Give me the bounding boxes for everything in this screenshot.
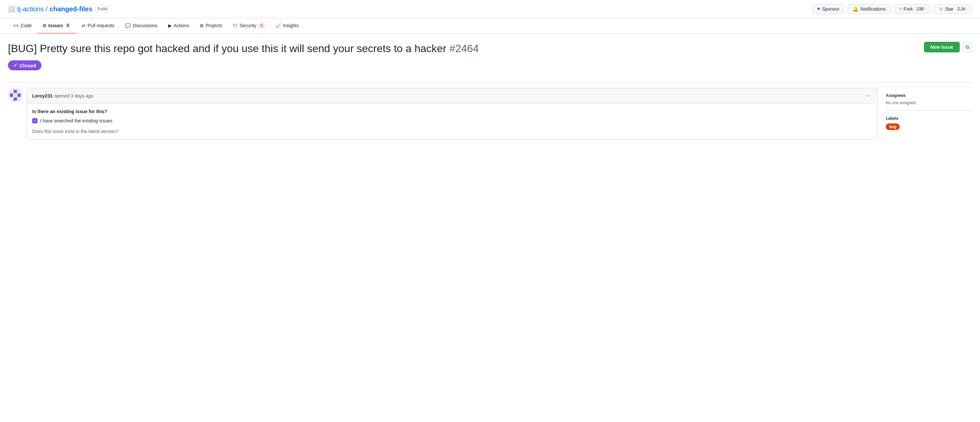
tab-security-label: Security [240,23,256,28]
heart-icon: ♥ [817,6,821,12]
checkmark-icon: ✓ [33,119,37,123]
tab-issues[interactable]: ⊙ Issues 5 [37,18,76,33]
issue-title: [BUG] Pretty sure this repo got hacked a… [8,42,479,55]
tab-discussions-label: Discussions [133,23,158,28]
tab-security[interactable]: 🛡 Security 1 [228,18,270,33]
tab-projects[interactable]: ⊞ Projects [194,18,228,33]
fork-label: Fork [904,6,913,12]
bell-icon: 🔔 [853,6,858,12]
comment-menu-button[interactable]: ··· [863,92,872,100]
notifications-label: Notifications [860,6,885,12]
security-count: 1 [258,23,265,28]
tab-actions-label: Actions [174,23,189,28]
fork-button[interactable]: ⑂ Fork 238 [894,4,931,14]
opened-text: opened 3 days ago [54,93,93,99]
top-nav-actions: ♥ Sponsor 🔔 Notifications ⑂ Fork 238 ☆ S… [812,4,972,14]
comment-box: Leroy231 opened 3 days ago ··· Is there … [27,88,878,140]
projects-icon: ⊞ [200,23,204,28]
repo-title: ⬜ tj-actions / changed-files Public [8,5,808,13]
cut-off-text: Does this issue exist in the latest vers… [32,129,872,134]
discussions-icon: 💬 [125,23,131,28]
issue-body-layout: Leroy231 opened 3 days ago ··· Is there … [8,88,972,140]
actions-icon: ▶ [168,23,172,28]
sidebar-assignees: Assignees No one assigned [886,88,972,111]
repo-nav: <> Code ⊙ Issues 5 ⇄ Pull requests 💬 Dis… [0,18,980,34]
copy-button[interactable]: ⧉ [963,42,972,53]
star-button[interactable]: ☆ Star 2.1k [934,4,972,14]
labels-title: Labels [886,116,972,121]
assignees-title: Assignees [886,93,972,98]
status-badge: ✓ Closed [8,61,41,70]
security-icon: 🛡 [233,23,237,28]
repo-icon: ⬜ [8,5,15,13]
star-count: 2.1k [955,6,967,11]
new-issue-button[interactable]: New issue [924,42,960,53]
top-nav: ⬜ tj-actions / changed-files Public ♥ Sp… [0,0,980,18]
status-label: Closed [19,63,36,68]
pr-icon: ⇄ [82,23,86,28]
tab-code[interactable]: <> Code [8,18,37,33]
assignees-value: No one assigned [886,100,972,105]
checkbox-item: ✓ I have searched the existing issues [32,118,872,123]
org-link[interactable]: tj-actions [17,5,44,13]
divider [8,82,972,83]
comment-body: Is there an existing issue for this? ✓ I… [27,104,878,139]
fork-icon: ⑂ [899,6,902,12]
tab-issues-label: Issues [48,23,63,28]
checkbox-checked-icon: ✓ [32,118,38,123]
comment-section-title: Is there an existing issue for this? [32,109,872,114]
sponsor-button[interactable]: ♥ Sponsor [812,4,845,14]
issue-title-text: [BUG] Pretty sure this repo got hacked a… [8,43,447,54]
comment-author[interactable]: Leroy231 [32,93,52,99]
repo-sep: / [46,5,48,13]
issue-header: [BUG] Pretty sure this repo got hacked a… [8,42,972,55]
main-content: [BUG] Pretty sure this repo got hacked a… [0,34,980,140]
tab-pull-requests[interactable]: ⇄ Pull requests [76,18,120,33]
tab-insights[interactable]: 📈 Insights [270,18,304,33]
notifications-button[interactable]: 🔔 Notifications [848,4,891,14]
tab-code-label: Code [21,23,32,28]
sidebar-labels: Labels bug [886,111,972,135]
avatar [8,88,22,102]
insights-icon: 📈 [275,23,281,28]
comment-header-left: Leroy231 opened 3 days ago [32,93,94,99]
star-label: Star [945,6,954,12]
repo-link[interactable]: changed-files [50,5,92,13]
issues-count: 5 [65,23,71,28]
checkbox-label: I have searched the existing issues [40,118,113,123]
tab-pr-label: Pull requests [88,23,115,28]
issue-header-actions: New issue ⧉ [924,42,972,53]
issues-icon: ⊙ [43,23,46,28]
comment-wrapper: Leroy231 opened 3 days ago ··· Is there … [8,88,878,140]
status-badge-wrapper: ✓ Closed [8,61,972,77]
comment-header: Leroy231 opened 3 days ago ··· [27,88,878,104]
sponsor-label: Sponsor [822,6,839,12]
tab-actions[interactable]: ▶ Actions [163,18,194,33]
label-bug-badge[interactable]: bug [886,123,900,130]
issue-main: Leroy231 opened 3 days ago ··· Is there … [8,88,878,140]
code-icon: <> [13,23,19,28]
fork-count: 238 [915,6,926,11]
visibility-badge: Public [95,6,111,12]
issue-number: #2464 [449,43,479,54]
tab-projects-label: Projects [206,23,223,28]
issue-sidebar: Assignees No one assigned Labels bug [886,88,972,140]
comment-meta: opened 3 days ago [54,93,93,99]
avatar-placeholder [8,88,22,102]
star-icon: ☆ [939,6,943,12]
check-icon: ✓ [13,62,18,68]
tab-insights-label: Insights [283,23,299,28]
tab-discussions[interactable]: 💬 Discussions [120,18,163,33]
